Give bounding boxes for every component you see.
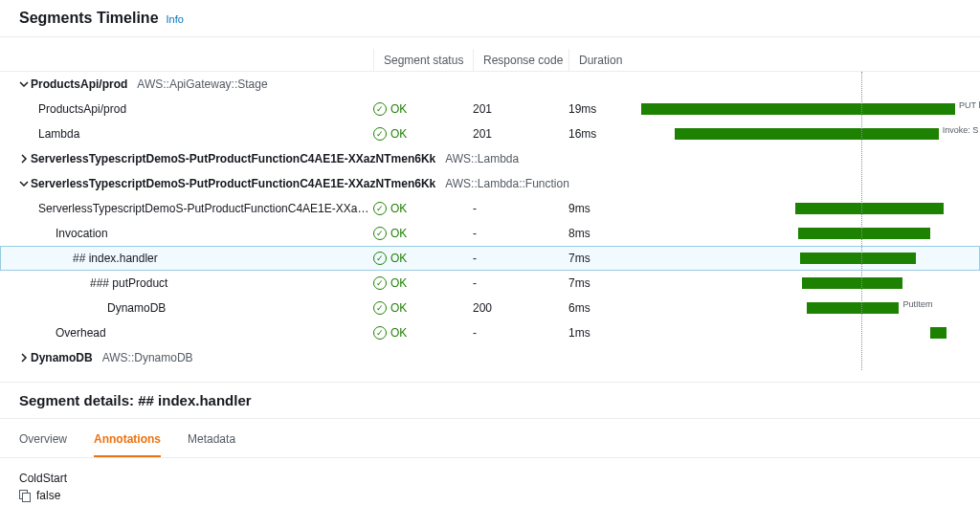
segment-row[interactable]: ### putProductOK-7ms bbox=[0, 271, 980, 296]
timeline-panel: Segment status Response code Duration 0.… bbox=[0, 37, 980, 382]
segment-duration: 19ms bbox=[568, 102, 641, 116]
segment-row[interactable]: LambdaOK20116msInvoke: S bbox=[0, 121, 980, 146]
status-ok-icon bbox=[373, 127, 387, 141]
group-title: DynamoDB bbox=[31, 351, 93, 364]
group-type: AWS::ApiGateway::Stage bbox=[137, 77, 267, 91]
status-ok-icon bbox=[373, 227, 387, 240]
status-ok-icon bbox=[373, 326, 387, 340]
tab-metadata[interactable]: Metadata bbox=[188, 432, 235, 457]
segment-name: ProductsApi/prod bbox=[0, 102, 373, 116]
segment-bar bbox=[802, 277, 902, 289]
segment-status: OK bbox=[373, 202, 473, 215]
segment-bar-cell bbox=[641, 246, 980, 271]
segment-name: ServerlessTypescriptDemoS-PutProductFunc… bbox=[0, 202, 373, 215]
segment-duration: 8ms bbox=[568, 227, 641, 240]
segment-details-header: Segment details: ## index.handler bbox=[0, 382, 980, 419]
segment-response: 201 bbox=[473, 102, 568, 116]
segment-bar-cell bbox=[641, 320, 980, 345]
segment-duration: 16ms bbox=[568, 127, 641, 141]
segment-status: OK bbox=[373, 127, 473, 141]
segments-timeline-header: Segments Timeline Info bbox=[0, 0, 980, 37]
annotation-value-row: false bbox=[19, 489, 961, 502]
segment-name: Invocation bbox=[0, 227, 373, 240]
segment-bar bbox=[930, 327, 947, 339]
segment-status: OK bbox=[373, 102, 473, 116]
segment-bar-label: Invoke: S bbox=[943, 125, 979, 135]
segment-row[interactable]: DynamoDBOK2006msPutItem bbox=[0, 296, 980, 320]
segment-name: Lambda bbox=[0, 127, 373, 141]
segment-group[interactable]: ProductsApi/prodAWS::ApiGateway::Stage bbox=[0, 72, 980, 97]
annotation-key: ColdStart bbox=[19, 472, 961, 485]
segment-bar bbox=[795, 203, 944, 214]
segment-bar-cell bbox=[641, 221, 980, 246]
segment-bar-cell: Invoke: S bbox=[641, 121, 980, 146]
expand-icon[interactable] bbox=[19, 179, 31, 188]
segment-name: Overhead bbox=[0, 326, 373, 340]
status-ok-icon bbox=[373, 301, 387, 315]
col-status: Segment status bbox=[384, 54, 463, 67]
col-duration: Duration bbox=[579, 54, 622, 67]
segment-bar-label: PutItem bbox=[902, 299, 932, 309]
status-ok-icon bbox=[373, 252, 387, 265]
segment-bar-cell bbox=[641, 271, 980, 296]
segment-response: - bbox=[473, 202, 568, 215]
segment-duration: 6ms bbox=[568, 301, 641, 315]
group-title: ServerlessTypescriptDemoS-PutProductFunc… bbox=[31, 177, 435, 190]
copy-icon[interactable] bbox=[19, 490, 31, 501]
segment-group[interactable]: ServerlessTypescriptDemoS-PutProductFunc… bbox=[0, 171, 980, 196]
timeline-body: ProductsApi/prodAWS::ApiGateway::StagePr… bbox=[0, 72, 980, 370]
segment-details-title: Segment details: ## index.handler bbox=[19, 392, 961, 408]
segment-bar bbox=[641, 103, 955, 115]
segment-name: ## index.handler bbox=[0, 252, 373, 265]
col-response: Response code bbox=[483, 54, 563, 67]
expand-icon[interactable] bbox=[19, 353, 31, 363]
segment-duration: 9ms bbox=[568, 202, 641, 215]
segment-response: 200 bbox=[473, 301, 568, 315]
page-title: Segments Timeline bbox=[19, 10, 159, 27]
segment-row[interactable]: OverheadOK-1ms bbox=[0, 320, 980, 345]
status-ok-icon bbox=[373, 202, 387, 215]
segment-row[interactable]: InvocationOK-8ms bbox=[0, 221, 980, 246]
segment-duration: 1ms bbox=[568, 326, 641, 340]
group-type: AWS::Lambda bbox=[445, 152, 519, 165]
tab-overview[interactable]: Overview bbox=[19, 432, 67, 457]
segment-status: OK bbox=[373, 276, 473, 290]
segment-bar bbox=[807, 302, 900, 314]
group-type: AWS::DynamoDB bbox=[102, 351, 193, 364]
annotations-body: ColdStartfalseServiceserverless-typescri… bbox=[0, 458, 980, 506]
segment-response: - bbox=[473, 326, 568, 340]
expand-icon[interactable] bbox=[19, 79, 31, 89]
segment-group[interactable]: ServerlessTypescriptDemoS-PutProductFunc… bbox=[0, 146, 980, 171]
status-ok-icon bbox=[373, 276, 387, 290]
expand-icon[interactable] bbox=[19, 154, 31, 164]
segment-row[interactable]: ## index.handlerOK-7ms bbox=[0, 246, 980, 271]
segment-status: OK bbox=[373, 227, 473, 240]
timeline-columns-header: Segment status Response code Duration 0.… bbox=[0, 49, 980, 72]
segment-name: ### putProduct bbox=[0, 276, 373, 290]
group-title: ProductsApi/prod bbox=[31, 77, 127, 91]
details-tabs: Overview Annotations Metadata bbox=[0, 419, 980, 458]
segment-group[interactable]: DynamoDBAWS::DynamoDB bbox=[0, 345, 980, 370]
segment-response: 201 bbox=[473, 127, 568, 141]
segment-bar-cell: PUT http bbox=[641, 97, 980, 121]
segment-bar-cell bbox=[641, 196, 980, 221]
segment-bar bbox=[800, 253, 916, 264]
segment-response: - bbox=[473, 276, 568, 290]
segment-bar-cell: PutItem bbox=[641, 296, 980, 320]
segment-response: - bbox=[473, 252, 568, 265]
segment-row[interactable]: ProductsApi/prodOK20119msPUT http bbox=[0, 97, 980, 121]
segment-row[interactable]: ServerlessTypescriptDemoS-PutProductFunc… bbox=[0, 196, 980, 221]
segment-bar bbox=[675, 128, 939, 140]
segment-duration: 7ms bbox=[568, 252, 641, 265]
segment-bar-label: PUT http bbox=[959, 100, 980, 110]
group-title: ServerlessTypescriptDemoS-PutProductFunc… bbox=[31, 152, 435, 165]
segment-status: OK bbox=[373, 326, 473, 340]
annotation-value: false bbox=[36, 489, 60, 502]
segment-status: OK bbox=[373, 252, 473, 265]
tab-annotations[interactable]: Annotations bbox=[94, 432, 161, 457]
segment-status: OK bbox=[373, 301, 473, 315]
segment-duration: 7ms bbox=[568, 276, 641, 290]
segment-bar bbox=[798, 228, 930, 239]
group-type: AWS::Lambda::Function bbox=[445, 177, 569, 190]
info-link[interactable]: Info bbox=[167, 13, 184, 25]
